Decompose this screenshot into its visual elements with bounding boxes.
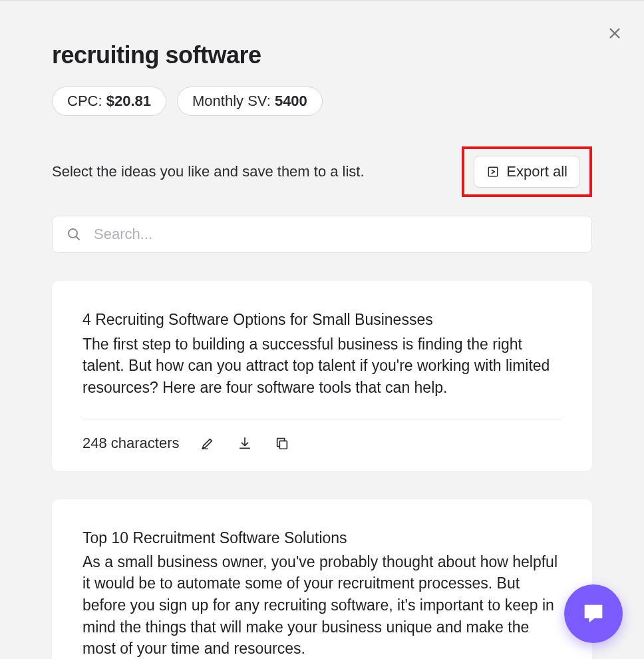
export-all-button[interactable]: Export all — [474, 156, 580, 188]
edit-button[interactable] — [198, 434, 217, 453]
idea-description: As a small business owner, you've probab… — [82, 551, 562, 659]
instruction-text: Select the ideas you like and save them … — [52, 163, 365, 180]
pencil-icon — [200, 436, 215, 451]
copy-button[interactable] — [273, 434, 291, 453]
idea-title: 4 Recruiting Software Options for Small … — [82, 309, 562, 330]
sv-label: Monthly SV: — [192, 93, 275, 109]
sv-pill: Monthly SV: 5400 — [177, 87, 323, 116]
page-title: recruiting software — [52, 41, 592, 69]
cpc-pill: CPC: $20.81 — [52, 87, 166, 116]
download-button[interactable] — [236, 434, 254, 453]
chat-icon — [580, 600, 607, 627]
svg-rect-2 — [489, 168, 498, 176]
action-row: Select the ideas you like and save them … — [52, 146, 592, 197]
stats-row: CPC: $20.81 Monthly SV: 5400 — [52, 87, 592, 116]
download-icon — [238, 436, 252, 451]
svg-rect-6 — [279, 441, 287, 449]
search-input[interactable] — [94, 226, 578, 243]
chat-fab[interactable] — [564, 584, 623, 643]
export-label: Export all — [506, 163, 567, 180]
cpc-label: CPC: — [67, 93, 106, 109]
idea-description: The first step to building a successful … — [82, 333, 562, 399]
cpc-value: $20.81 — [106, 93, 151, 109]
close-icon — [607, 26, 622, 41]
idea-title: Top 10 Recruitment Software Solutions — [82, 527, 562, 549]
search-icon — [66, 226, 82, 242]
export-icon — [486, 165, 500, 178]
svg-line-4 — [76, 237, 79, 240]
close-button[interactable] — [605, 24, 624, 43]
export-highlight: Export all — [462, 146, 592, 197]
card-divider — [82, 419, 562, 419]
sv-value: 5400 — [275, 93, 307, 109]
ideas-panel: recruiting software CPC: $20.81 Monthly … — [0, 1, 644, 659]
idea-card[interactable]: Top 10 Recruitment Software Solutions As… — [52, 499, 592, 659]
char-count: 248 characters — [82, 435, 180, 452]
card-footer: 248 characters — [82, 434, 562, 453]
search-wrap[interactable] — [52, 216, 592, 253]
idea-card[interactable]: 4 Recruiting Software Options for Small … — [52, 281, 592, 471]
copy-icon — [275, 436, 289, 451]
